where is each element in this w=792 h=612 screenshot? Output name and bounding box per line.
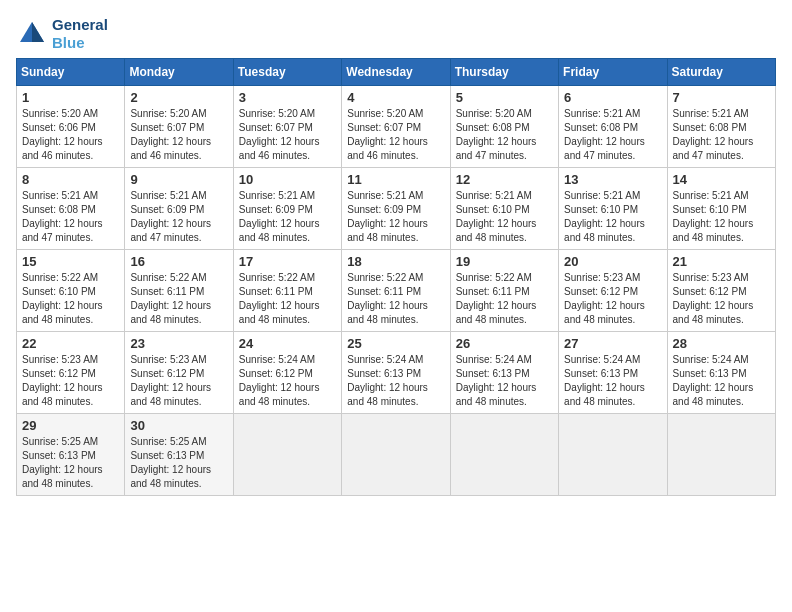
logo: GeneralBlue xyxy=(16,16,108,52)
day-info: Sunrise: 5:21 AM Sunset: 6:08 PM Dayligh… xyxy=(673,107,770,163)
day-info: Sunrise: 5:23 AM Sunset: 6:12 PM Dayligh… xyxy=(130,353,227,409)
day-number: 6 xyxy=(564,90,661,105)
calendar-week-1: 1 Sunrise: 5:20 AM Sunset: 6:06 PM Dayli… xyxy=(17,86,776,168)
calendar-cell: 17 Sunrise: 5:22 AM Sunset: 6:11 PM Dayl… xyxy=(233,250,341,332)
header-wednesday: Wednesday xyxy=(342,59,450,86)
calendar-cell: 4 Sunrise: 5:20 AM Sunset: 6:07 PM Dayli… xyxy=(342,86,450,168)
day-number: 22 xyxy=(22,336,119,351)
calendar-cell xyxy=(342,414,450,496)
calendar-cell: 3 Sunrise: 5:20 AM Sunset: 6:07 PM Dayli… xyxy=(233,86,341,168)
day-number: 10 xyxy=(239,172,336,187)
calendar-cell: 7 Sunrise: 5:21 AM Sunset: 6:08 PM Dayli… xyxy=(667,86,775,168)
day-info: Sunrise: 5:25 AM Sunset: 6:13 PM Dayligh… xyxy=(130,435,227,491)
calendar-cell: 24 Sunrise: 5:24 AM Sunset: 6:12 PM Dayl… xyxy=(233,332,341,414)
calendar-cell xyxy=(667,414,775,496)
calendar-cell: 14 Sunrise: 5:21 AM Sunset: 6:10 PM Dayl… xyxy=(667,168,775,250)
header-tuesday: Tuesday xyxy=(233,59,341,86)
calendar-cell: 28 Sunrise: 5:24 AM Sunset: 6:13 PM Dayl… xyxy=(667,332,775,414)
header-thursday: Thursday xyxy=(450,59,558,86)
calendar-cell: 25 Sunrise: 5:24 AM Sunset: 6:13 PM Dayl… xyxy=(342,332,450,414)
day-info: Sunrise: 5:21 AM Sunset: 6:09 PM Dayligh… xyxy=(239,189,336,245)
day-number: 18 xyxy=(347,254,444,269)
day-info: Sunrise: 5:24 AM Sunset: 6:13 PM Dayligh… xyxy=(456,353,553,409)
day-info: Sunrise: 5:20 AM Sunset: 6:08 PM Dayligh… xyxy=(456,107,553,163)
calendar-cell: 26 Sunrise: 5:24 AM Sunset: 6:13 PM Dayl… xyxy=(450,332,558,414)
calendar-header-row: SundayMondayTuesdayWednesdayThursdayFrid… xyxy=(17,59,776,86)
day-number: 24 xyxy=(239,336,336,351)
day-info: Sunrise: 5:22 AM Sunset: 6:11 PM Dayligh… xyxy=(456,271,553,327)
day-number: 23 xyxy=(130,336,227,351)
day-info: Sunrise: 5:21 AM Sunset: 6:09 PM Dayligh… xyxy=(347,189,444,245)
calendar-cell: 15 Sunrise: 5:22 AM Sunset: 6:10 PM Dayl… xyxy=(17,250,125,332)
calendar-week-4: 22 Sunrise: 5:23 AM Sunset: 6:12 PM Dayl… xyxy=(17,332,776,414)
calendar-cell: 6 Sunrise: 5:21 AM Sunset: 6:08 PM Dayli… xyxy=(559,86,667,168)
header-saturday: Saturday xyxy=(667,59,775,86)
header-sunday: Sunday xyxy=(17,59,125,86)
calendar-cell: 13 Sunrise: 5:21 AM Sunset: 6:10 PM Dayl… xyxy=(559,168,667,250)
day-info: Sunrise: 5:22 AM Sunset: 6:11 PM Dayligh… xyxy=(130,271,227,327)
logo-text: GeneralBlue xyxy=(52,16,108,52)
calendar-cell xyxy=(233,414,341,496)
day-number: 19 xyxy=(456,254,553,269)
day-info: Sunrise: 5:24 AM Sunset: 6:12 PM Dayligh… xyxy=(239,353,336,409)
day-info: Sunrise: 5:21 AM Sunset: 6:10 PM Dayligh… xyxy=(456,189,553,245)
day-info: Sunrise: 5:23 AM Sunset: 6:12 PM Dayligh… xyxy=(22,353,119,409)
calendar-cell: 11 Sunrise: 5:21 AM Sunset: 6:09 PM Dayl… xyxy=(342,168,450,250)
day-number: 5 xyxy=(456,90,553,105)
day-number: 21 xyxy=(673,254,770,269)
day-info: Sunrise: 5:21 AM Sunset: 6:08 PM Dayligh… xyxy=(22,189,119,245)
day-number: 1 xyxy=(22,90,119,105)
day-info: Sunrise: 5:22 AM Sunset: 6:11 PM Dayligh… xyxy=(239,271,336,327)
header: GeneralBlue xyxy=(16,16,776,52)
day-number: 11 xyxy=(347,172,444,187)
day-info: Sunrise: 5:21 AM Sunset: 6:10 PM Dayligh… xyxy=(673,189,770,245)
calendar-cell: 23 Sunrise: 5:23 AM Sunset: 6:12 PM Dayl… xyxy=(125,332,233,414)
day-number: 7 xyxy=(673,90,770,105)
calendar-cell: 12 Sunrise: 5:21 AM Sunset: 6:10 PM Dayl… xyxy=(450,168,558,250)
calendar-cell: 5 Sunrise: 5:20 AM Sunset: 6:08 PM Dayli… xyxy=(450,86,558,168)
day-number: 3 xyxy=(239,90,336,105)
day-info: Sunrise: 5:24 AM Sunset: 6:13 PM Dayligh… xyxy=(673,353,770,409)
day-info: Sunrise: 5:22 AM Sunset: 6:11 PM Dayligh… xyxy=(347,271,444,327)
day-number: 30 xyxy=(130,418,227,433)
day-info: Sunrise: 5:20 AM Sunset: 6:07 PM Dayligh… xyxy=(347,107,444,163)
calendar-cell: 2 Sunrise: 5:20 AM Sunset: 6:07 PM Dayli… xyxy=(125,86,233,168)
day-info: Sunrise: 5:20 AM Sunset: 6:07 PM Dayligh… xyxy=(239,107,336,163)
calendar-cell: 8 Sunrise: 5:21 AM Sunset: 6:08 PM Dayli… xyxy=(17,168,125,250)
calendar-cell: 20 Sunrise: 5:23 AM Sunset: 6:12 PM Dayl… xyxy=(559,250,667,332)
day-number: 13 xyxy=(564,172,661,187)
calendar-cell: 19 Sunrise: 5:22 AM Sunset: 6:11 PM Dayl… xyxy=(450,250,558,332)
day-number: 8 xyxy=(22,172,119,187)
day-number: 28 xyxy=(673,336,770,351)
calendar: SundayMondayTuesdayWednesdayThursdayFrid… xyxy=(16,58,776,496)
calendar-cell: 9 Sunrise: 5:21 AM Sunset: 6:09 PM Dayli… xyxy=(125,168,233,250)
day-number: 4 xyxy=(347,90,444,105)
calendar-cell: 22 Sunrise: 5:23 AM Sunset: 6:12 PM Dayl… xyxy=(17,332,125,414)
calendar-cell: 1 Sunrise: 5:20 AM Sunset: 6:06 PM Dayli… xyxy=(17,86,125,168)
day-number: 2 xyxy=(130,90,227,105)
day-info: Sunrise: 5:21 AM Sunset: 6:09 PM Dayligh… xyxy=(130,189,227,245)
day-info: Sunrise: 5:20 AM Sunset: 6:06 PM Dayligh… xyxy=(22,107,119,163)
day-number: 9 xyxy=(130,172,227,187)
day-number: 17 xyxy=(239,254,336,269)
calendar-week-5: 29 Sunrise: 5:25 AM Sunset: 6:13 PM Dayl… xyxy=(17,414,776,496)
day-info: Sunrise: 5:23 AM Sunset: 6:12 PM Dayligh… xyxy=(564,271,661,327)
day-number: 12 xyxy=(456,172,553,187)
day-number: 27 xyxy=(564,336,661,351)
calendar-cell: 27 Sunrise: 5:24 AM Sunset: 6:13 PM Dayl… xyxy=(559,332,667,414)
day-number: 29 xyxy=(22,418,119,433)
calendar-cell: 21 Sunrise: 5:23 AM Sunset: 6:12 PM Dayl… xyxy=(667,250,775,332)
header-friday: Friday xyxy=(559,59,667,86)
logo-icon xyxy=(16,18,48,50)
day-number: 16 xyxy=(130,254,227,269)
day-number: 25 xyxy=(347,336,444,351)
day-info: Sunrise: 5:20 AM Sunset: 6:07 PM Dayligh… xyxy=(130,107,227,163)
calendar-cell: 10 Sunrise: 5:21 AM Sunset: 6:09 PM Dayl… xyxy=(233,168,341,250)
day-info: Sunrise: 5:23 AM Sunset: 6:12 PM Dayligh… xyxy=(673,271,770,327)
calendar-cell xyxy=(450,414,558,496)
day-number: 15 xyxy=(22,254,119,269)
calendar-cell: 18 Sunrise: 5:22 AM Sunset: 6:11 PM Dayl… xyxy=(342,250,450,332)
day-number: 26 xyxy=(456,336,553,351)
day-info: Sunrise: 5:22 AM Sunset: 6:10 PM Dayligh… xyxy=(22,271,119,327)
day-info: Sunrise: 5:24 AM Sunset: 6:13 PM Dayligh… xyxy=(347,353,444,409)
